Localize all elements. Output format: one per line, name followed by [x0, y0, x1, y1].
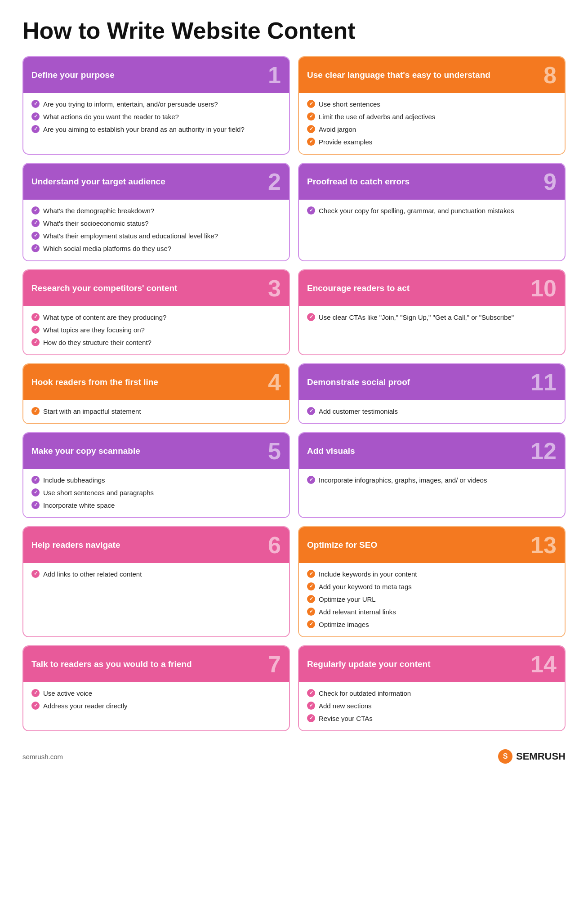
card-header-6: Help readers navigate6 [23, 527, 289, 563]
card-header-4: Hook readers from the first line4 [23, 364, 289, 400]
list-item-text: Address your reader directly [43, 701, 128, 711]
check-icon: ✓ [31, 232, 40, 240]
list-item: ✓Are you trying to inform, entertain, an… [31, 99, 281, 109]
list-item: ✓Use short sentences and paragraphs [31, 488, 281, 497]
check-icon: ✓ [31, 313, 40, 321]
check-icon: ✓ [307, 313, 315, 321]
card-header-8: Use clear language that's easy to unders… [299, 57, 565, 93]
list-item-text: Avoid jargon [319, 125, 356, 134]
list-item: ✓Provide examples [307, 137, 557, 147]
list-item: ✓Use short sentences [307, 99, 557, 109]
card-header-5: Make your copy scannable5 [23, 433, 289, 469]
card-body-3: ✓What type of content are they producing… [23, 306, 289, 354]
card-title-6: Help readers navigate [31, 540, 263, 550]
list-item-text: Are you aiming to establish your brand a… [43, 125, 245, 134]
card-body-6: ✓Add links to other related content [23, 563, 289, 586]
list-item-text: What actions do you want the reader to t… [43, 112, 179, 121]
list-item-text: Incorporate infographics, graphs, images… [319, 475, 487, 485]
card-7: Talk to readers as you would to a friend… [22, 645, 290, 731]
card-title-7: Talk to readers as you would to a friend [31, 659, 263, 670]
card-title-5: Make your copy scannable [31, 446, 263, 456]
footer: semrush.com S SEMRUSH [22, 745, 566, 764]
check-icon: ✓ [307, 714, 315, 722]
list-item-text: Optimize images [319, 620, 369, 629]
card-14: Regularly update your content14✓Check fo… [298, 645, 566, 731]
list-item-text: Optimize your URL [319, 595, 376, 604]
card-body-14: ✓Check for outdated information✓Add new … [299, 682, 565, 730]
card-body-2: ✓What's the demographic breakdown?✓What'… [23, 200, 289, 260]
card-number-1: 1 [268, 63, 281, 87]
list-item-text: What type of content are they producing? [43, 313, 166, 322]
card-body-13: ✓Include keywords in your content✓Add yo… [299, 563, 565, 636]
card-body-10: ✓Use clear CTAs like "Join," "Sign Up," … [299, 306, 565, 329]
card-4: Hook readers from the first line4✓Start … [22, 363, 290, 424]
card-header-7: Talk to readers as you would to a friend… [23, 646, 289, 682]
list-item: ✓Use active voice [31, 689, 281, 698]
list-item: ✓Include subheadings [31, 475, 281, 485]
card-header-14: Regularly update your content14 [299, 646, 565, 682]
list-item: ✓Check for outdated information [307, 689, 557, 698]
list-item: ✓Which social media platforms do they us… [31, 244, 281, 253]
card-header-3: Research your competitors' content3 [23, 270, 289, 306]
card-9: Proofread to catch errors9✓Check your co… [298, 163, 566, 261]
check-icon: ✓ [31, 702, 40, 710]
check-icon: ✓ [307, 206, 315, 215]
card-number-6: 6 [268, 533, 281, 557]
check-icon: ✓ [307, 620, 315, 628]
card-number-14: 14 [530, 653, 557, 676]
list-item: ✓Add links to other related content [31, 569, 281, 579]
card-body-5: ✓Include subheadings✓Use short sentences… [23, 469, 289, 517]
card-body-9: ✓Check your copy for spelling, grammar, … [299, 200, 565, 223]
card-8: Use clear language that's easy to unders… [298, 56, 566, 155]
list-item: ✓Limit the use of adverbs and adjectives [307, 112, 557, 121]
list-item-text: Are you trying to inform, entertain, and… [43, 99, 218, 109]
card-13: Optimize for SEO13✓Include keywords in y… [298, 526, 566, 637]
card-11: Demonstrate social proof11✓Add customer … [298, 363, 566, 424]
check-icon: ✓ [31, 570, 40, 578]
check-icon: ✓ [31, 407, 40, 415]
check-icon: ✓ [31, 326, 40, 334]
list-item-text: Use active voice [43, 689, 92, 698]
check-icon: ✓ [307, 112, 315, 121]
list-item-text: How do they structure their content? [43, 338, 151, 347]
check-icon: ✓ [31, 689, 40, 697]
list-item-text: Use clear CTAs like "Join," "Sign Up," "… [319, 313, 514, 322]
list-item-text: Provide examples [319, 137, 372, 147]
list-item: ✓Use clear CTAs like "Join," "Sign Up," … [307, 313, 557, 322]
card-10: Encourage readers to act10✓Use clear CTA… [298, 269, 566, 355]
check-icon: ✓ [31, 219, 40, 227]
card-body-12: ✓Incorporate infographics, graphs, image… [299, 469, 565, 492]
list-item-text: Add customer testimonials [319, 407, 398, 416]
list-item-text: Add relevant internal links [319, 607, 396, 617]
card-title-14: Regularly update your content [307, 659, 526, 670]
card-title-13: Optimize for SEO [307, 540, 526, 550]
card-header-2: Understand your target audience2 [23, 164, 289, 200]
check-icon: ✓ [307, 570, 315, 578]
list-item: ✓What topics are they focusing on? [31, 325, 281, 335]
card-6: Help readers navigate6✓Add links to othe… [22, 526, 290, 637]
list-item: ✓Include keywords in your content [307, 569, 557, 579]
check-icon: ✓ [307, 138, 315, 146]
list-item-text: Check your copy for spelling, grammar, a… [319, 206, 514, 215]
list-item-text: Use short sentences and paragraphs [43, 488, 154, 497]
card-header-9: Proofread to catch errors9 [299, 164, 565, 200]
card-number-5: 5 [268, 439, 281, 463]
card-title-3: Research your competitors' content [31, 283, 263, 294]
check-icon: ✓ [31, 206, 40, 215]
list-item: ✓What type of content are they producing… [31, 313, 281, 322]
list-item: ✓Add relevant internal links [307, 607, 557, 617]
list-item: ✓Add new sections [307, 701, 557, 711]
list-item: ✓Incorporate infographics, graphs, image… [307, 475, 557, 485]
card-number-8: 8 [543, 63, 557, 87]
list-item-text: Check for outdated information [319, 689, 411, 698]
card-number-13: 13 [530, 533, 557, 557]
card-body-1: ✓Are you trying to inform, entertain, an… [23, 93, 289, 141]
check-icon: ✓ [31, 501, 40, 509]
semrush-icon: S [498, 749, 512, 764]
check-icon: ✓ [31, 244, 40, 252]
list-item: ✓What's their employment status and educ… [31, 231, 281, 241]
check-icon: ✓ [307, 608, 315, 616]
card-title-10: Encourage readers to act [307, 283, 526, 294]
card-body-11: ✓Add customer testimonials [299, 400, 565, 423]
page-title: How to Write Website Content [22, 18, 566, 44]
